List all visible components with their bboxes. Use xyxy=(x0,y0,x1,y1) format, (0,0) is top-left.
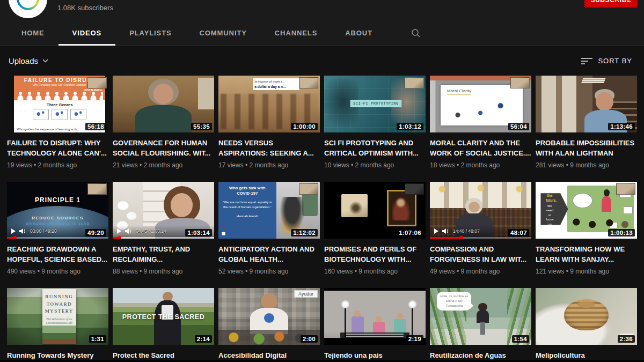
genre-boxes xyxy=(14,109,105,120)
video-thumbnail[interactable]: 14:40 / 48:07 48:07 xyxy=(430,182,531,239)
letterbox-bar xyxy=(324,288,426,291)
video-title[interactable]: MORAL CLARITY AND THE WORK OF SOCIAL JUS… xyxy=(430,138,531,158)
video-title[interactable]: ANTICIPATORY ACTION AND GLOBAL HEALTH... xyxy=(218,244,320,264)
webcam-inset xyxy=(405,77,424,88)
play-icon xyxy=(11,228,16,234)
caption-line: Is income of more t... xyxy=(254,79,298,84)
framed-painting xyxy=(387,190,416,226)
video-thumbnail[interactable]: 1:07:06 xyxy=(324,182,426,239)
video-thumbnail[interactable]: Who gets sick with COVID-19? "We are not… xyxy=(218,182,320,239)
video-thumbnail[interactable]: 55:35 xyxy=(113,76,214,132)
video-title[interactable]: Tejiendo una pais xyxy=(324,350,426,360)
video-title[interactable]: Protect the Sacred xyxy=(113,350,214,360)
video-title[interactable]: PROMISES AND PERILS OF BIOTECHNOLOGY WIT… xyxy=(324,244,426,264)
webcam-inset xyxy=(299,183,318,195)
video-thumbnail[interactable]: Moral Clarity 56:04 xyxy=(430,76,531,132)
channel-avatar[interactable] xyxy=(9,0,47,18)
video-thumbnail[interactable]: 1:13:46 xyxy=(536,76,637,132)
tab-home[interactable]: HOME xyxy=(8,20,58,46)
video-card: PROTECT THE SACRED 2:14 Protect the Sacr… xyxy=(113,288,214,360)
video-card: Ayudar 2:00 Accesibilidad Digital xyxy=(218,288,320,360)
subscribe-button[interactable]: SUBSCRIBE xyxy=(584,0,638,8)
book-subtitle: The Adventure of an Unconventional Life xyxy=(40,317,78,326)
webcam-inset xyxy=(87,183,107,195)
video-title[interactable]: PROBABLE IMPOSSIBILITIES WITH ALAN LIGHT… xyxy=(536,138,637,158)
tab-about[interactable]: ABOUT xyxy=(331,20,386,46)
playback-time: 03:00 / 49:20 xyxy=(30,228,57,234)
video-title[interactable]: TRANSFORMING HOW WE LEARN WITH SANJAY... xyxy=(536,244,637,264)
duration-badge: 1:00:00 xyxy=(291,123,318,130)
video-thumbnail[interactable]: This can't be the future. We need to foc… xyxy=(536,182,637,239)
callout-text: We need to focus on knowledge and agency… xyxy=(546,204,554,239)
slide-title: Moral Clarity xyxy=(447,88,471,95)
webcam-inset xyxy=(405,183,424,195)
tab-channels[interactable]: CHANNELS xyxy=(261,20,331,46)
video-title[interactable]: Accesibilidad Digital xyxy=(218,350,320,360)
video-title[interactable]: Reutilizacion de Aguas xyxy=(430,350,531,360)
progress-bar[interactable] xyxy=(430,237,531,239)
progress-bar[interactable] xyxy=(113,237,214,239)
duration-badge: 1:31 xyxy=(89,335,106,343)
video-thumbnail[interactable]: RUNNING TOWARD MYSTERY The Adventure of … xyxy=(7,288,108,345)
speech-bubble: Hola, mi nombre es Diana y soy Tumaqueña xyxy=(437,292,471,311)
tab-videos[interactable]: VIDEOS xyxy=(58,20,116,46)
webcam-inset xyxy=(616,183,635,195)
slide-diagram xyxy=(450,103,513,120)
pug-photo xyxy=(341,194,368,217)
video-thumbnail[interactable]: Is income of more t... a dollar a day a … xyxy=(218,76,320,132)
video-card: 1:13:46 PROBABLE IMPOSSIBILITIES WITH AL… xyxy=(536,76,637,169)
speech-bubble xyxy=(573,193,592,208)
video-title[interactable]: Melipolicultura xyxy=(536,350,637,360)
video-thumbnail[interactable]: SCI-FI PROTOTYPING 1:03:12 xyxy=(324,76,426,132)
youtube-channel-page: 1.08K subscribers SUBSCRIBE HOME VIDEOS … xyxy=(0,0,644,360)
channel-tabs: HOME VIDEOS PLAYLISTS COMMUNITY CHANNELS… xyxy=(0,20,644,46)
video-title[interactable]: NEEDS VERSUS ASPIRATIONS: SEEKING A... xyxy=(218,138,320,158)
video-meta: 281 views • 9 months ago xyxy=(536,161,637,169)
sort-by-label: SORT BY xyxy=(598,57,632,65)
video-card: 2:36 Melipolicultura xyxy=(536,288,637,360)
duration-badge: 1:03:12 xyxy=(397,123,423,130)
video-thumbnail[interactable]: PRINCIPLE 1 REDUCE SOURCES BRINGING EMIS… xyxy=(7,182,108,239)
video-card: 55:35 GOVERNANCE FOR HUMAN SOCIAL FLOURI… xyxy=(113,76,214,169)
video-title[interactable]: FAILURE TO DISRUPT: WHY TECHNOLOGY ALONE… xyxy=(7,138,108,158)
video-title[interactable]: Running Towards Mystery xyxy=(7,350,108,360)
tab-community[interactable]: COMMUNITY xyxy=(186,20,261,46)
video-card: Moral Clarity 56:04 MORAL CLARITY AND TH… xyxy=(430,76,531,169)
caption-line: a dollar a day a n... xyxy=(254,84,298,89)
video-card: 1:07:06 PROMISES AND PERILS OF BIOTECHNO… xyxy=(324,182,426,275)
book-cover-photo xyxy=(42,326,76,344)
video-thumbnail[interactable]: 04:45 / 1:03:14 1:03:14 xyxy=(113,182,214,239)
video-meta: 10 views • 2 months ago xyxy=(324,161,426,169)
channel-search-button[interactable] xyxy=(401,20,430,46)
sort-by-button[interactable]: SORT BY xyxy=(581,57,632,65)
callout-emphasis: This can't be the future. xyxy=(546,182,554,203)
wall-sign: Ayudar xyxy=(294,290,318,298)
video-title[interactable]: SCI FI PROTOTYPING AND CRITICAL OPTIMISM… xyxy=(324,138,426,158)
video-title[interactable]: COMPASSION AND FORGIVENESS IN LAW WIT... xyxy=(430,244,531,264)
progress-bar[interactable] xyxy=(7,237,108,239)
video-card: 04:45 / 1:03:14 1:03:14 EMPATHY, TRUST, … xyxy=(113,182,214,275)
thumb-subheading: REDUCE SOURCES xyxy=(7,216,108,220)
play-icon xyxy=(116,228,121,234)
uploads-dropdown[interactable]: Uploads xyxy=(9,56,48,65)
video-thumbnail[interactable]: 2:19 xyxy=(324,288,426,345)
video-grid: FAILURE TO DISRUPT Why Technology Alone … xyxy=(0,76,644,360)
video-card: Hola, mi nombre es Diana y soy Tumaqueña… xyxy=(430,288,531,360)
duration-badge: 1:54 xyxy=(512,335,529,343)
video-thumbnail[interactable]: Hola, mi nombre es Diana y soy Tumaqueña… xyxy=(430,288,531,345)
video-meta: 21 views • 2 months ago xyxy=(113,161,214,169)
video-title[interactable]: REACHING DRAWDOWN A HOPEFUL, SCIENCE BAS… xyxy=(7,244,108,264)
tab-playlists[interactable]: PLAYLISTS xyxy=(115,20,185,46)
ceiling-vent xyxy=(581,78,605,83)
video-thumbnail[interactable]: PROTECT THE SACRED 2:14 xyxy=(113,288,214,345)
slide-title: Who gets sick with COVID-19? xyxy=(222,186,273,196)
video-thumbnail[interactable]: 2:36 xyxy=(536,288,637,345)
video-title[interactable]: EMPATHY, TRUST, AND RECLAIMING... xyxy=(113,244,214,264)
video-title[interactable]: GOVERNANCE FOR HUMAN SOCIAL FLOURISHING.… xyxy=(113,138,214,158)
video-card: RUNNING TOWARD MYSTERY The Adventure of … xyxy=(7,288,108,360)
duration-badge: 56:04 xyxy=(508,123,529,130)
subscriber-count: 1.08K subscribers xyxy=(57,4,113,12)
webcam-inset xyxy=(299,77,318,88)
video-thumbnail[interactable]: Ayudar 2:00 xyxy=(218,288,320,345)
video-thumbnail[interactable]: FAILURE TO DISRUPT Why Technology Alone … xyxy=(7,76,108,132)
